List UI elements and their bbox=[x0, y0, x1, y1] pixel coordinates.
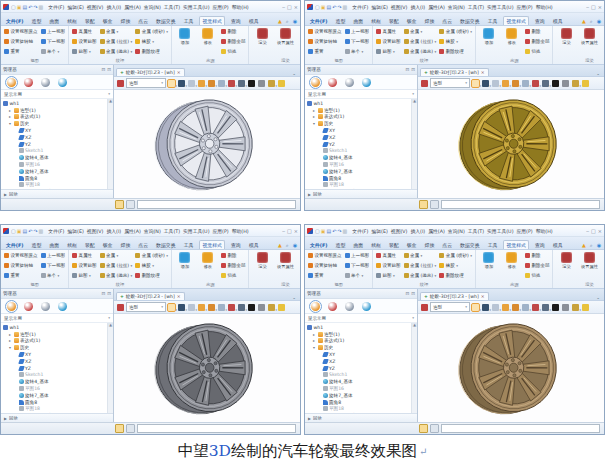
ribbon-item-设置贴图[interactable]: 设置贴图 bbox=[376, 37, 401, 46]
tree-item-草图18[interactable]: 草图18 bbox=[307, 182, 417, 189]
command-input[interactable] bbox=[137, 424, 296, 433]
maximize-icon[interactable]: □ bbox=[591, 228, 596, 234]
close-icon[interactable]: × bbox=[598, 228, 602, 234]
tree-filter-dropdown[interactable]: 显示常用 ▾ bbox=[305, 314, 417, 323]
wireframe-mode-icon[interactable]: ▾ bbox=[188, 80, 195, 87]
ribbon-tab-视觉样式[interactable]: 视觉样式 bbox=[199, 16, 225, 25]
tree-item-圆角8[interactable]: 圆角8 bbox=[3, 399, 113, 406]
gray-swatch[interactable] bbox=[258, 304, 265, 311]
tree-item-草图18[interactable]: 草图18 bbox=[3, 406, 113, 413]
ribbon-item-贴图[interactable]: 贴图▾ bbox=[72, 47, 97, 56]
ribbon-item-金属[interactable]: 金属▾ bbox=[100, 27, 133, 36]
shaded-mode-icon[interactable]: ▾ bbox=[178, 80, 185, 87]
open-file-icon[interactable]: ▣ bbox=[17, 228, 22, 234]
menu-item-属性(A)[interactable]: 属性(A) bbox=[124, 4, 141, 10]
ribbon-item-设置旋转轴[interactable]: 设置旋转轴 bbox=[4, 37, 38, 46]
assembly-manager-icon[interactable] bbox=[328, 78, 337, 87]
ribbon-item-金属[interactable]: 金属▾ bbox=[100, 251, 133, 260]
ribbon-tab-查询[interactable]: 查询 bbox=[229, 241, 243, 249]
shaded-mode-icon[interactable]: ▾ bbox=[482, 304, 489, 311]
filter-combo[interactable]: 造型 ▾ bbox=[126, 302, 166, 312]
manager-collapse-icon[interactable]: ⊟ bbox=[101, 291, 105, 296]
menu-item-帮助(H)[interactable]: 帮助(H) bbox=[232, 228, 249, 234]
ribbon-item-删除全部[interactable]: 删除全部 bbox=[525, 37, 550, 46]
tree-item-YZ[interactable]: YZ bbox=[307, 141, 417, 148]
menu-item-视图(V)[interactable]: 视图(V) bbox=[87, 228, 104, 234]
tree-item-YZ[interactable]: YZ bbox=[3, 365, 113, 372]
new-file-icon[interactable]: ▢ bbox=[315, 4, 320, 10]
print-icon[interactable]: ▥ bbox=[343, 4, 348, 10]
tab-close-icon[interactable]: × bbox=[177, 70, 181, 75]
ribbon-button-设置属性[interactable]: 设置属性 bbox=[579, 251, 599, 281]
ribbon-tab-曲面[interactable]: 曲面 bbox=[351, 17, 365, 25]
tree-scrollbar[interactable]: ▲ bbox=[107, 99, 113, 189]
ribbon-tab-数据交换[interactable]: 数据交换 bbox=[458, 241, 482, 249]
menu-item-查询(N)[interactable]: 查询(N) bbox=[144, 228, 161, 234]
search-icon[interactable]: ⌕ bbox=[590, 18, 593, 25]
menu-item-工具(T)[interactable]: 工具(T) bbox=[164, 4, 180, 10]
material-swatch[interactable]: ▾ bbox=[572, 80, 579, 87]
background-icon[interactable]: ▾ bbox=[208, 304, 215, 311]
quick-view-icon[interactable] bbox=[117, 304, 124, 311]
open-file-icon[interactable]: ▣ bbox=[321, 228, 326, 234]
ribbon-button-渲染[interactable]: 渲染 bbox=[252, 251, 272, 281]
tree-item-圆角8[interactable]: 圆角8 bbox=[3, 175, 113, 182]
quick-view-icon[interactable] bbox=[421, 80, 428, 87]
render-style-icon[interactable]: ▾ bbox=[502, 304, 509, 311]
3d-viewport[interactable] bbox=[418, 314, 604, 422]
ribbon-button-退出[interactable]: 退出 bbox=[602, 251, 604, 281]
ribbon-button-添加[interactable]: 添加 bbox=[175, 27, 195, 57]
ribbon-tab-焊接[interactable]: 焊接 bbox=[119, 17, 133, 25]
ribbon-tab-模具[interactable]: 模具 bbox=[247, 17, 261, 25]
tree-item-Sketch1[interactable]: Sketch1 bbox=[3, 148, 113, 155]
scroll-up-icon[interactable]: ▲ bbox=[412, 99, 417, 103]
tree-item-历史[interactable]: ▾历史 bbox=[307, 344, 417, 351]
ribbon-tab-视觉样式[interactable]: 视觉样式 bbox=[199, 240, 225, 249]
ribbon-tab-线框[interactable]: 线框 bbox=[65, 241, 79, 249]
ribbon-tab-文件(F)[interactable]: 文件(F) bbox=[4, 17, 26, 25]
ribbon-item-删除纹理[interactable]: 删除纹理 bbox=[439, 271, 472, 280]
ribbon-tab-造型[interactable]: 造型 bbox=[30, 241, 44, 249]
tree-item-造型(1)[interactable]: ▸造型(1) bbox=[3, 107, 113, 114]
list-toggle-icon[interactable] bbox=[430, 424, 439, 433]
black-swatch[interactable] bbox=[552, 80, 559, 87]
ribbon-item-单个[interactable]: 单个▾ bbox=[41, 271, 66, 280]
expand-arrow-icon[interactable]: ▸ bbox=[312, 338, 316, 343]
ribbon-item-切换[interactable]: 切换 bbox=[525, 47, 550, 56]
new-file-icon[interactable]: ▢ bbox=[11, 4, 16, 10]
ribbon-tab-查询[interactable]: 查询 bbox=[229, 17, 243, 25]
tab-list-chevron-icon[interactable]: ⌄ bbox=[596, 295, 600, 300]
render-style-icon[interactable]: ▾ bbox=[198, 304, 205, 311]
ribbon-item-设置旋转轴[interactable]: 设置旋转轴 bbox=[4, 261, 38, 270]
visual-manager-icon[interactable] bbox=[41, 302, 50, 311]
command-input[interactable] bbox=[137, 200, 296, 209]
3d-viewport[interactable] bbox=[114, 90, 300, 198]
ribbon-item-设置视图原点[interactable]: 设置视图原点 bbox=[4, 27, 38, 36]
black-swatch[interactable] bbox=[248, 304, 255, 311]
ribbon-item-单个[interactable]: 单个▾ bbox=[41, 47, 66, 56]
display-settings-icon[interactable]: ▾ bbox=[542, 304, 549, 311]
undo-icon[interactable]: ↶ bbox=[28, 228, 32, 234]
ribbon-tab-工具[interactable]: 工具 bbox=[182, 241, 196, 249]
ribbon-item-金属 (拉丝)[interactable]: 金属 (拉丝)▾ bbox=[100, 37, 133, 46]
ribbon-item-删除[interactable]: 删除 bbox=[525, 27, 550, 36]
manager-close-icon[interactable]: ⊡ bbox=[107, 67, 111, 72]
tree-filter-dropdown[interactable]: 显示常用 ▾ bbox=[305, 90, 417, 99]
ribbon-button-修改[interactable]: 修改 bbox=[198, 251, 218, 281]
tree-item-wh1[interactable]: wh1 bbox=[3, 100, 113, 107]
ribbon-item-设置贴图[interactable]: 设置贴图 bbox=[72, 261, 97, 270]
3d-viewport[interactable] bbox=[418, 90, 604, 198]
tree-item-圆角8[interactable]: 圆角8 bbox=[307, 175, 417, 182]
tree-item-YZ[interactable]: YZ bbox=[307, 365, 417, 372]
background-icon[interactable]: ▾ bbox=[208, 80, 215, 87]
assembly-manager-icon[interactable] bbox=[24, 302, 33, 311]
manager-collapse-icon[interactable]: ⊟ bbox=[101, 67, 105, 72]
open-file-icon[interactable]: ▣ bbox=[17, 4, 22, 10]
maximize-icon[interactable]: □ bbox=[591, 4, 596, 10]
help-icon[interactable]: ◉ bbox=[293, 18, 297, 25]
tree-scrollbar[interactable]: ▲ bbox=[107, 323, 113, 413]
ribbon-item-金属[interactable]: 金属▾ bbox=[404, 251, 437, 260]
menu-item-帮助(H)[interactable]: 帮助(H) bbox=[536, 228, 553, 234]
menu-item-文件(F)[interactable]: 文件(F) bbox=[48, 4, 64, 10]
redo-icon[interactable]: ↷ bbox=[33, 228, 37, 234]
